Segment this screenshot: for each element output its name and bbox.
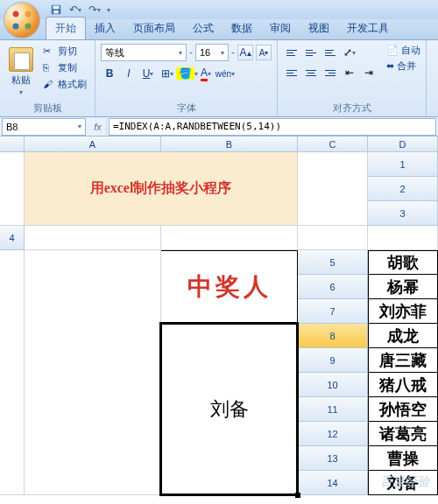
copy-icon: ⎘ [43,62,55,74]
brush-icon: 🖌 [43,79,55,91]
select-all-corner[interactable] [0,136,25,152]
row-header[interactable]: 7 [298,299,368,324]
cell[interactable] [25,250,161,495]
align-top-button[interactable] [283,44,300,61]
align-right-button[interactable] [321,64,339,81]
format-painter-button[interactable]: 🖌格式刷 [40,77,89,92]
fill-color-button[interactable]: 🪣▾ [178,65,195,82]
merge-button[interactable]: ⬌ 合并 [386,60,420,73]
ribbon: 粘贴 ▾ ✂剪切 ⎘复制 🖌格式刷 剪贴板 等线▾ - 16▾ - A▴ A▾ … [0,40,438,117]
underline-button[interactable]: U▾ [139,65,157,82]
name-cell[interactable]: 诸葛亮 [368,422,438,446]
col-header-b[interactable]: B [161,136,298,152]
col-header-a[interactable]: A [25,136,161,152]
svg-point-2 [13,24,19,30]
border-button[interactable]: ⊞▾ [159,65,176,82]
decrease-indent-button[interactable]: ⇤ [341,64,358,81]
watermark: 百度经验 [380,474,429,490]
cell[interactable] [368,226,438,250]
svg-rect-6 [53,10,58,14]
svg-point-3 [25,24,32,30]
row-header[interactable]: 6 [298,275,368,299]
name-cell[interactable]: 唐三藏 [368,348,438,373]
formula-input[interactable]: =INDEX(A:A,RANDBETWEEN(5,14)) [109,118,436,136]
cell[interactable] [298,152,368,226]
align-middle-button[interactable] [302,44,320,61]
font-color-button[interactable]: A▾ [197,65,215,82]
svg-point-1 [25,11,32,18]
name-box[interactable]: B8▾ [2,118,86,136]
wrap-text-button[interactable]: 📄 自动 [386,44,420,57]
grow-font-button[interactable]: A▴ [237,45,253,60]
cell[interactable] [0,250,25,495]
col-header-d[interactable]: D [368,136,438,152]
tab-insert[interactable]: 插入 [86,18,124,39]
bold-button[interactable]: B [101,65,118,82]
row-header[interactable]: 1 [368,152,438,177]
row-header[interactable]: 5 [298,250,368,275]
cut-button[interactable]: ✂剪切 [40,44,89,59]
font-group-label: 字体 [101,100,272,115]
row-header[interactable]: 9 [298,348,368,373]
cell[interactable] [298,226,368,250]
undo-icon[interactable]: ↶▾ [68,3,82,17]
worksheet[interactable]: A B C D 1 用excel制作抽奖小程序 2 3 4 5 胡歌 中奖人 6… [0,136,438,495]
name-cell[interactable]: 孙悟空 [368,397,438,422]
row-header[interactable]: 13 [298,446,368,471]
cell[interactable] [25,226,161,250]
row-header[interactable]: 8 [298,324,368,348]
office-button[interactable] [4,2,40,38]
font-name-select[interactable]: 等线▾ [101,44,187,61]
orientation-button[interactable]: ⤢▾ [341,44,358,61]
fx-button[interactable]: fx [89,118,107,136]
align-bottom-button[interactable] [321,44,339,61]
chevron-down-icon: ▾ [221,49,224,57]
name-cell[interactable]: 刘亦菲 [368,299,438,324]
tab-page-layout[interactable]: 页面布局 [124,18,184,39]
tab-home[interactable]: 开始 [46,17,86,39]
col-header-c[interactable]: C [298,136,368,152]
winner-value-cell[interactable]: 刘备 [161,324,298,495]
name-cell[interactable]: 曹操 [368,446,438,471]
scissors-icon: ✂ [43,46,55,58]
tab-developer[interactable]: 开发工具 [338,18,398,39]
name-cell[interactable]: 成龙 [368,324,438,348]
save-icon[interactable] [49,3,63,17]
row-header[interactable]: 10 [298,373,368,397]
row-header[interactable]: 2 [368,177,438,201]
paste-button[interactable]: 粘贴 ▾ [5,44,37,100]
winner-label-cell[interactable]: 中奖人 [161,250,298,324]
align-center-button[interactable] [302,64,320,81]
tab-review[interactable]: 审阅 [261,18,300,39]
cell[interactable] [0,152,25,226]
fill-handle[interactable] [295,493,300,498]
font-size-select[interactable]: 16▾ [195,44,229,61]
formula-bar: B8▾ fx =INDEX(A:A,RANDBETWEEN(5,14)) [0,117,438,136]
copy-button[interactable]: ⎘复制 [40,60,89,75]
cell[interactable] [161,226,298,250]
name-cell[interactable]: 猪八戒 [368,373,438,397]
redo-icon[interactable]: ↷▾ [88,3,102,17]
shrink-font-button[interactable]: A▾ [256,45,272,60]
align-left-button[interactable] [283,64,300,81]
group-alignment: ⤢▾ ⇤ ⇥ 📄 自动 ⬌ 合并 对齐方式 [278,40,427,116]
tab-view[interactable]: 视图 [300,18,338,39]
increase-indent-button[interactable]: ⇥ [360,64,378,81]
italic-button[interactable]: I [120,65,138,82]
row-header[interactable]: 4 [0,226,25,250]
title-cell[interactable]: 用excel制作抽奖小程序 [25,152,298,226]
tab-data[interactable]: 数据 [223,18,261,39]
name-cell[interactable]: 胡歌 [368,250,438,275]
phonetic-button[interactable]: wén▾ [216,65,234,82]
align-group-label: 对齐方式 [283,100,420,115]
tab-formulas[interactable]: 公式 [184,18,223,39]
group-font: 等线▾ - 16▾ - A▴ A▾ B I U▾ ⊞▾ 🪣▾ A▾ wén▾ 字… [95,40,278,116]
name-cell[interactable]: 杨幂 [368,275,438,299]
ribbon-tabs: 开始 插入 页面布局 公式 数据 审阅 视图 开发工具 [0,19,438,40]
row-header[interactable]: 12 [298,422,368,446]
row-header[interactable]: 3 [368,201,438,226]
svg-rect-5 [53,6,60,10]
row-header[interactable]: 11 [298,397,368,422]
row-header[interactable]: 14 [298,471,368,495]
qat-customize[interactable]: ▾ [107,6,110,14]
